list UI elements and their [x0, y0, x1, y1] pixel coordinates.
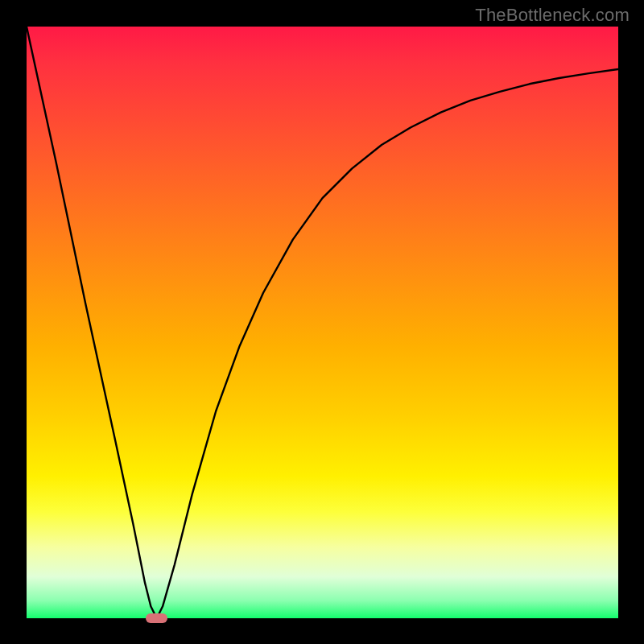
- watermark-text: TheBottleneck.com: [475, 5, 630, 26]
- optimum-marker: [146, 613, 167, 623]
- bottleneck-curve: [27, 27, 618, 618]
- plot-area: [27, 27, 618, 618]
- chart-frame: TheBottleneck.com: [0, 0, 644, 644]
